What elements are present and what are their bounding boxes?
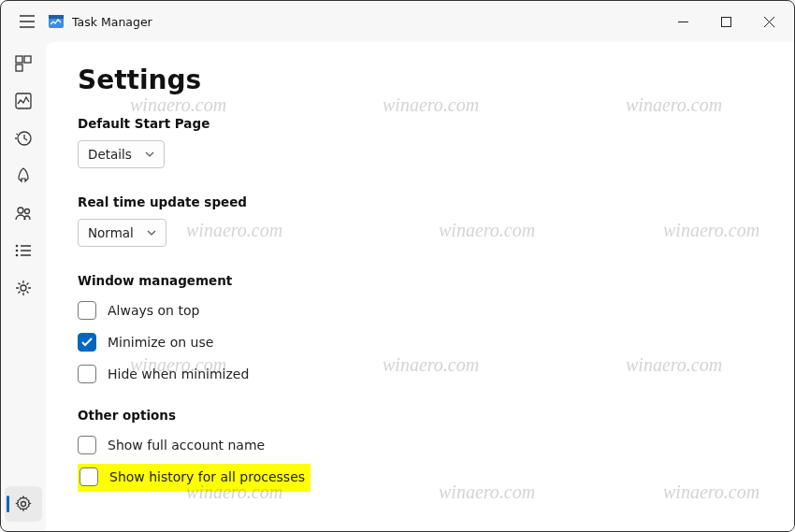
minimize-on-use-row: Minimize on use — [78, 329, 762, 361]
hide-when-minimized-label: Hide when minimized — [108, 367, 249, 381]
maximize-icon — [721, 17, 731, 27]
svg-point-10 — [16, 245, 19, 248]
history-icon — [15, 130, 32, 147]
default-start-page-value: Details — [88, 147, 132, 162]
window-title: Task Manager — [72, 15, 152, 29]
svg-point-14 — [22, 502, 26, 507]
chevron-down-icon — [147, 230, 156, 236]
always-on-top-label: Always on top — [108, 303, 199, 318]
app-icon — [48, 13, 65, 30]
titlebar: Task Manager — [1, 1, 794, 42]
nav-settings[interactable] — [5, 486, 42, 522]
hide-when-minimized-row: Hide when minimized — [78, 361, 762, 393]
watermark: winaero.com — [663, 482, 759, 503]
svg-point-11 — [16, 250, 19, 252]
svg-rect-5 — [16, 65, 22, 71]
task-manager-window: Task Manager — [0, 0, 795, 532]
nav-users[interactable] — [5, 195, 42, 231]
minimize-icon — [678, 17, 688, 27]
maximize-button[interactable] — [704, 7, 747, 36]
settings-icon — [15, 496, 32, 512]
nav-services[interactable] — [5, 270, 42, 306]
svg-point-12 — [16, 254, 19, 257]
users-icon — [15, 205, 32, 222]
close-icon — [764, 17, 774, 27]
svg-rect-3 — [16, 56, 22, 63]
hide-when-minimized-checkbox[interactable] — [78, 365, 96, 383]
startup-icon — [15, 167, 32, 184]
watermark: winaero.com — [439, 482, 535, 503]
always-on-top-checkbox[interactable] — [78, 301, 96, 320]
svg-rect-4 — [24, 56, 31, 63]
update-speed-label: Real time update speed — [78, 194, 762, 209]
default-start-page-label: Default Start Page — [78, 116, 762, 131]
services-icon — [15, 280, 32, 296]
processes-icon — [15, 55, 32, 72]
show-full-account-name-label: Show full account name — [108, 438, 265, 453]
hamburger-icon — [20, 15, 35, 28]
minimize-on-use-label: Minimize on use — [108, 335, 213, 350]
nav-processes[interactable] — [5, 46, 42, 81]
show-history-all-row: Show history for all processes — [78, 464, 311, 492]
hamburger-button[interactable] — [10, 5, 44, 38]
nav-details[interactable] — [5, 233, 42, 268]
window-controls — [661, 7, 790, 36]
show-history-all-checkbox[interactable] — [80, 467, 98, 486]
watermark: winaero.com — [186, 220, 282, 241]
nav-startup[interactable] — [5, 158, 42, 194]
watermark: winaero.com — [626, 94, 722, 116]
show-history-all-label: Show history for all processes — [109, 469, 305, 484]
sidebar — [1, 42, 46, 531]
window-management-label: Window management — [78, 273, 762, 288]
default-start-page-dropdown[interactable]: Details — [78, 140, 165, 168]
nav-performance[interactable] — [5, 83, 42, 119]
nav-app-history[interactable] — [5, 121, 42, 156]
watermark: winaero.com — [383, 94, 479, 116]
minimize-button[interactable] — [661, 7, 704, 36]
svg-point-9 — [25, 209, 30, 214]
always-on-top-row: Always on top — [78, 297, 762, 329]
update-speed-dropdown[interactable]: Normal — [78, 219, 166, 247]
performance-icon — [15, 93, 32, 109]
svg-point-8 — [18, 208, 23, 213]
details-icon — [15, 244, 32, 257]
watermark: winaero.com — [130, 94, 226, 116]
close-button[interactable] — [747, 7, 790, 36]
svg-point-13 — [21, 285, 26, 291]
chevron-down-icon — [145, 151, 154, 157]
watermark: winaero.com — [439, 220, 535, 241]
watermark: winaero.com — [663, 220, 759, 241]
other-options-label: Other options — [78, 408, 762, 423]
show-full-account-name-row: Show full account name — [78, 432, 762, 464]
settings-page: winaero.com winaero.com winaero.com wina… — [46, 42, 794, 531]
page-heading: Settings — [78, 65, 762, 95]
minimize-on-use-checkbox[interactable] — [78, 333, 96, 352]
show-full-account-name-checkbox[interactable] — [78, 436, 96, 454]
svg-rect-1 — [49, 15, 64, 19]
svg-rect-2 — [721, 17, 730, 26]
update-speed-value: Normal — [88, 225, 134, 240]
